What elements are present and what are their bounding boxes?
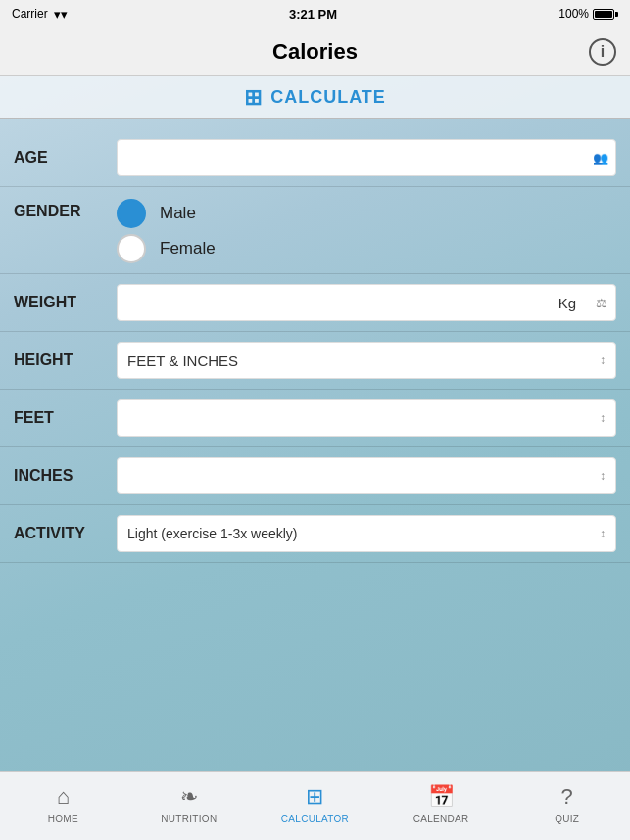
feet-label: FEET (14, 409, 117, 427)
tab-quiz[interactable]: ? QUIZ (504, 772, 630, 840)
header: Calories i (0, 27, 630, 76)
inches-input[interactable] (127, 458, 566, 493)
bottom-tab-bar: ⌂ HOME ❧ NUTRITION ⊞ CALCULATOR 📅 CALEND… (0, 771, 630, 840)
battery-percent: 100% (558, 7, 589, 21)
tab-calendar[interactable]: 📅 CALENDAR (378, 772, 505, 840)
weight-scale-icon: ⚖ (596, 296, 607, 310)
gender-male-label: Male (160, 204, 196, 223)
feet-control: ↕ (117, 399, 616, 437)
age-label: AGE (14, 149, 117, 166)
quiz-label: QUIZ (555, 814, 579, 824)
inches-row: INCHES ↕ (0, 447, 630, 504)
calculator-label: CALCULATOR (281, 814, 349, 824)
home-label: HOME (48, 814, 78, 824)
age-icon: 👥 (593, 151, 608, 165)
activity-label: ACTIVITY (14, 525, 117, 542)
weight-row: WEIGHT Kg ⚖ (0, 274, 630, 331)
nutrition-label: NUTRITION (161, 814, 217, 824)
inches-select-arrow: ↕ (600, 469, 606, 483)
calculator-icon: ⊞ (306, 784, 323, 810)
status-bar-time: 3:21 PM (289, 7, 337, 22)
inches-select[interactable]: ↕ (117, 457, 616, 494)
age-row: AGE 👥 (0, 129, 630, 186)
gender-row: GENDER Male Female (0, 187, 630, 273)
gender-male-row[interactable]: Male (117, 199, 616, 228)
height-select[interactable]: FEET & INCHES ↕ (117, 342, 616, 379)
gender-female-label: Female (160, 239, 216, 258)
activity-select-arrow: ↕ (600, 527, 606, 540)
gender-female-radio[interactable] (117, 234, 146, 263)
activity-select-wrapper: Light (exercise 1-3x weekly) ↕ (117, 515, 616, 552)
feet-select-wrapper: ↕ (117, 399, 616, 437)
feet-input[interactable] (127, 400, 566, 436)
age-input[interactable] (117, 139, 616, 176)
calendar-label: CALENDAR (413, 814, 469, 824)
gender-female-row[interactable]: Female (117, 234, 616, 263)
status-bar-left: Carrier ▾▾ (12, 7, 68, 22)
calculate-tab-label: CALCULATE (270, 87, 386, 108)
gender-options: Male Female (117, 199, 616, 263)
inches-select-wrapper: ↕ (117, 457, 616, 494)
calculate-tab[interactable]: ⊞ CALCULATE (244, 85, 386, 111)
activity-control: Light (exercise 1-3x weekly) ↕ (117, 515, 616, 552)
home-icon: ⌂ (57, 784, 70, 810)
weight-input[interactable]: Kg ⚖ (117, 284, 616, 321)
feet-select[interactable]: ↕ (117, 399, 616, 437)
nutrition-icon: ❧ (180, 784, 198, 810)
info-button[interactable]: i (589, 38, 616, 66)
gender-label: GENDER (14, 199, 117, 220)
page-title: Calories (272, 39, 358, 65)
activity-row: ACTIVITY Light (exercise 1-3x weekly) ↕ (0, 505, 630, 562)
wifi-icon: ▾▾ (54, 7, 68, 22)
weight-value-input[interactable] (127, 285, 547, 320)
tab-nutrition[interactable]: ❧ NUTRITION (126, 772, 253, 840)
age-control: 👥 (117, 139, 616, 176)
activity-value: Light (exercise 1-3x weekly) (127, 526, 298, 541)
tab-calculator[interactable]: ⊞ CALCULATOR (252, 772, 378, 840)
gender-section: Male Female (117, 199, 616, 263)
weight-label: WEIGHT (14, 294, 117, 311)
inches-control: ↕ (117, 457, 616, 494)
main-content: AGE 👥 GENDER Male Female (0, 119, 630, 771)
gender-male-radio[interactable] (117, 199, 146, 228)
top-tab-bar: ⊞ CALCULATE (0, 76, 630, 119)
battery-icon (593, 9, 618, 20)
quiz-icon: ? (561, 784, 573, 810)
height-label: HEIGHT (14, 351, 117, 369)
inches-label: INCHES (14, 467, 117, 485)
weight-unit: Kg (558, 295, 576, 311)
tab-home[interactable]: ⌂ HOME (0, 772, 126, 840)
carrier-text: Carrier (12, 7, 48, 21)
height-select-wrapper: FEET & INCHES ↕ (117, 342, 616, 379)
activity-select[interactable]: Light (exercise 1-3x weekly) ↕ (117, 515, 616, 552)
height-row: HEIGHT FEET & INCHES ↕ (0, 332, 630, 389)
status-bar: Carrier ▾▾ 3:21 PM 100% (0, 0, 630, 27)
calculate-tab-icon: ⊞ (244, 85, 263, 111)
feet-row: FEET ↕ (0, 390, 630, 446)
height-select-arrow: ↕ (600, 353, 606, 367)
divider-7 (0, 562, 630, 563)
age-input-wrapper: 👥 (117, 139, 616, 176)
weight-control: Kg ⚖ (117, 284, 616, 321)
height-control: FEET & INCHES ↕ (117, 342, 616, 379)
height-value: FEET & INCHES (127, 352, 238, 369)
calendar-icon: 📅 (428, 784, 455, 810)
feet-select-arrow: ↕ (600, 411, 606, 425)
status-bar-right: 100% (558, 7, 618, 21)
